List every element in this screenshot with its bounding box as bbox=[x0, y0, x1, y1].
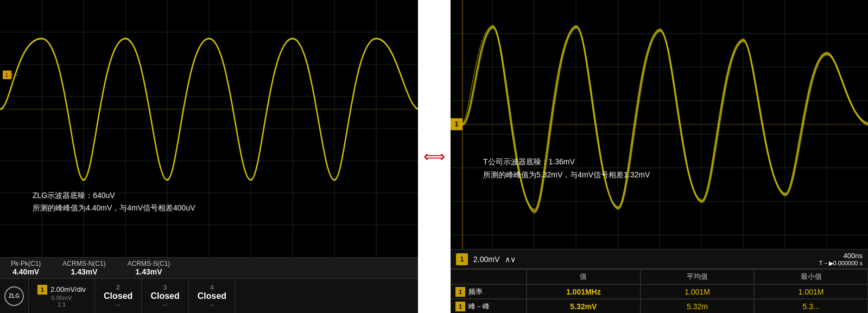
meas-row-freq-icon: 1 bbox=[455, 287, 465, 297]
ch2-status: Closed bbox=[104, 291, 132, 301]
channel-4-item[interactable]: 4 Closed -- bbox=[189, 279, 236, 313]
meas-label-2: ACRMS-S(C1) bbox=[128, 260, 170, 267]
right-text-overlay: T公司示波器底噪：1.36mV 所测的峰峰值为5.32mV，与4mV信号相差1.… bbox=[483, 156, 650, 182]
meas-freq-text: 频率 bbox=[468, 287, 483, 297]
meas-row-pp-icon: 1 bbox=[455, 302, 465, 311]
meas-freq-avg: 1.001M bbox=[641, 284, 755, 299]
ch4-sub: -- bbox=[210, 301, 214, 309]
channel-1-item[interactable]: 1 2.00mV/div 0.00mV 1:1 bbox=[29, 279, 95, 313]
meas-header-min: 最小值 bbox=[754, 269, 868, 284]
ch3-sub: -- bbox=[163, 301, 167, 309]
right-text-line2: 所测的峰峰值为5.32mV，与4mV信号相差1.32mV bbox=[483, 169, 650, 182]
meas-header-avg: 平均值 bbox=[641, 269, 755, 284]
ch1-label: 1 2.00mV/div bbox=[37, 285, 86, 295]
meas-label-0: Pk-Pk(C1) bbox=[11, 260, 41, 267]
meas-value-2: 1.43mV bbox=[136, 267, 162, 276]
right-ch1-marker: 1 bbox=[451, 118, 462, 130]
ch3-label: 3 bbox=[163, 283, 167, 291]
measurement-pk-pk: Pk-Pk(C1) 4.40mV bbox=[11, 260, 41, 276]
ch1-offset: 0.00mV bbox=[52, 295, 72, 301]
right-time-cursor: T→▶0.000000 s bbox=[819, 260, 863, 267]
right-time-display: 400ns T→▶0.000000 s bbox=[819, 252, 863, 267]
zlg-circle: ZLG bbox=[4, 286, 24, 306]
meas-pp-min: 5.3... 电子发烧友 www.elecfans.com bbox=[754, 299, 868, 313]
ch2-sub: -- bbox=[116, 301, 121, 309]
right-measurement-table: 值 平均值 最小值 1 频率 1.001MHz 1.001M 1.001M 1 … bbox=[451, 269, 868, 313]
right-ch-voltage: 2.00mV bbox=[473, 255, 499, 264]
left-channel-bar: ZLG 1 2.00mV/div 0.00mV 1:1 2 Closed -- … bbox=[0, 278, 418, 313]
right-ch-wave-icon: ∧∨ bbox=[505, 255, 516, 264]
meas-pp-avg: 5.32m bbox=[641, 299, 755, 313]
right-ch1-number-box: 1 bbox=[451, 118, 462, 130]
ch1-divider: 2.00mV/div bbox=[50, 285, 86, 293]
left-text-line2: 所测的峰峰值为4.40mV，与4mV信号相差400uV bbox=[33, 202, 195, 214]
channel-2-item[interactable]: 2 Closed -- bbox=[95, 279, 142, 313]
ch1-number-box: 1 bbox=[37, 285, 47, 295]
zlg-logo: ZLG bbox=[0, 279, 29, 313]
meas-pp-text: 峰－峰 bbox=[468, 302, 490, 311]
right-ch1-box: 1 bbox=[456, 253, 468, 265]
meas-row-freq-label: 1 频率 bbox=[451, 284, 527, 299]
ch4-status: Closed bbox=[198, 291, 226, 301]
left-measurement-bar: Pk-Pk(C1) 4.40mV ACRMS-N(C1) 1.43mV ACRM… bbox=[0, 257, 418, 278]
right-text-line1: T公司示波器底噪：1.36mV bbox=[483, 156, 650, 169]
meas-value-0: 4.40mV bbox=[12, 267, 39, 276]
measurement-acrms-n: ACRMS-N(C1) 1.43mV bbox=[62, 260, 105, 276]
t-cursor-marker: T↑ bbox=[5, 71, 14, 79]
ch2-label: 2 bbox=[116, 283, 120, 291]
meas-header-empty bbox=[451, 269, 527, 284]
left-scope-screen: 1 → T↑ ZLG示波器底噪：640uV 所测的峰峰值为4.40mV，与4mV… bbox=[0, 0, 418, 257]
bidirectional-arrow-icon: ⟺ bbox=[423, 148, 445, 165]
right-time-label: 400ns bbox=[844, 252, 863, 260]
right-waveform-svg bbox=[451, 0, 868, 269]
left-text-line1: ZLG示波器底噪：640uV bbox=[33, 189, 195, 201]
channel-3-item[interactable]: 3 Closed -- bbox=[142, 279, 188, 313]
ch1-coupling: 1:1 bbox=[58, 301, 66, 308]
meas-freq-value: 1.001MHz bbox=[527, 284, 641, 299]
measurement-acrms-s: ACRMS-S(C1) 1.43mV bbox=[128, 260, 170, 276]
ch4-label: 4 bbox=[210, 283, 214, 291]
comparison-arrow: ⟺ bbox=[418, 0, 451, 313]
meas-pp-value: 5.32mV bbox=[527, 299, 641, 313]
meas-label-1: ACRMS-N(C1) bbox=[62, 260, 105, 267]
right-scope-screen: 1 T公司示波器底噪：1.36mV 所测的峰峰值为5.32mV，与4mV信号相差… bbox=[451, 0, 868, 269]
right-channel-info-bar: 1 2.00mV ∧∨ 400ns T→▶0.000000 s bbox=[451, 249, 868, 269]
left-waveform-svg bbox=[0, 0, 418, 257]
meas-row-pp-label: 1 峰－峰 bbox=[451, 299, 527, 313]
meas-freq-min: 1.001M bbox=[754, 284, 868, 299]
left-oscilloscope-panel: 1 → T↑ ZLG示波器底噪：640uV 所测的峰峰值为4.40mV，与4mV… bbox=[0, 0, 418, 313]
meas-value-1: 1.43mV bbox=[71, 267, 97, 276]
ch3-status: Closed bbox=[150, 291, 179, 301]
left-text-overlay: ZLG示波器底噪：640uV 所测的峰峰值为4.40mV，与4mV信号相差400… bbox=[33, 189, 195, 214]
meas-header-value: 值 bbox=[527, 269, 641, 284]
right-oscilloscope-panel: 1 T公司示波器底噪：1.36mV 所测的峰峰值为5.32mV，与4mV信号相差… bbox=[451, 0, 868, 313]
